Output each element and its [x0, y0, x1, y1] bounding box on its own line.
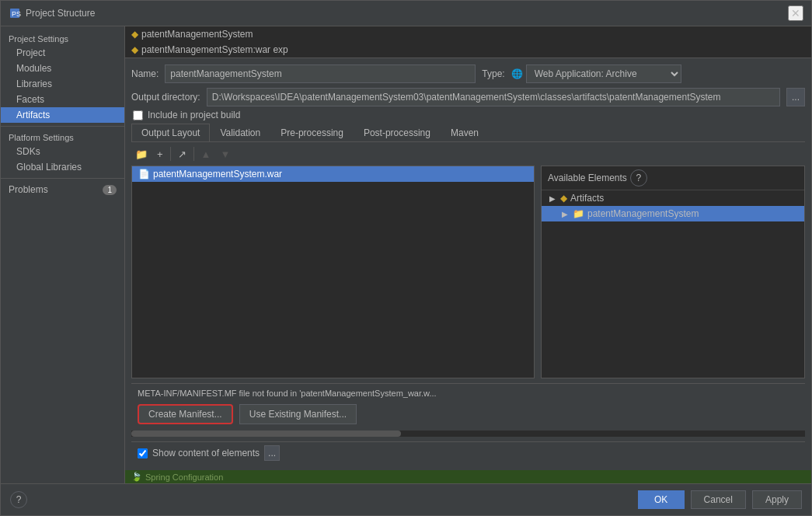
toolbar-extract-btn[interactable]: ↗ [174, 145, 190, 162]
sidebar-item-global-libraries-label: Global Libraries [16, 162, 82, 173]
spring-config-icon: 🍃 [131, 472, 142, 482]
type-select[interactable]: Web Application: Archive [526, 64, 681, 83]
ok-button[interactable]: OK [638, 490, 685, 509]
use-existing-manifest-button[interactable]: Use Existing Manifest... [239, 404, 357, 424]
patent-icon: 📁 [573, 208, 584, 219]
spring-config-label: Spring Configuration [145, 472, 223, 482]
output-dir-row: Output directory: ... [131, 88, 805, 106]
toolbar-move-down-btn[interactable]: ▼ [216, 145, 234, 162]
artifact-tree: 📄 patentManagementSystem.war [131, 166, 535, 378]
include-in-build-label: Include in project build [148, 110, 240, 120]
name-input[interactable] [165, 64, 476, 83]
artifact-list-item-0-label: patentManagementSystem [141, 29, 253, 40]
sidebar-item-project[interactable]: Project [1, 45, 124, 61]
include-in-build-row: Include in project build [131, 110, 805, 120]
sidebar-item-sdks[interactable]: SDKs [1, 144, 124, 159]
sidebar-problems-label: Problems [9, 184, 48, 195]
show-content-row: Show content of elements ... [131, 441, 805, 464]
show-content-dots-btn[interactable]: ... [264, 445, 280, 461]
cancel-button[interactable]: Cancel [691, 490, 746, 509]
artifact-icon-1: ◆ [131, 44, 138, 55]
include-in-build-checkbox[interactable] [133, 110, 143, 120]
sidebar-divider-2 [1, 178, 124, 179]
sidebar: Project Settings Project Modules Librari… [1, 26, 125, 483]
platform-settings-label: Platform Settings [1, 130, 124, 144]
sidebar-item-modules[interactable]: Modules [1, 61, 124, 76]
toolbar-folder-btn[interactable]: 📁 [131, 145, 152, 162]
sidebar-item-problems[interactable]: Problems 1 [1, 182, 124, 197]
available-artifacts-label: Artifacts [570, 193, 604, 204]
name-label: Name: [131, 68, 159, 79]
sidebar-item-sdks-label: SDKs [16, 146, 40, 157]
browse-button[interactable]: ... [786, 88, 805, 106]
manifest-buttons: Create Manifest... Use Existing Manifest… [138, 404, 799, 424]
tab-pre-processing[interactable]: Pre-processing [270, 124, 354, 141]
manifest-warning-text: META-INF/MANIFEST.MF file not found in '… [138, 389, 799, 398]
close-button[interactable]: ✕ [788, 5, 803, 21]
toolbar-separator [170, 147, 171, 161]
toolbar-move-up-btn[interactable]: ▲ [197, 145, 215, 162]
name-type-row: Name: Type: 🌐 Web Application: Archive [131, 64, 805, 83]
war-file-icon: 📄 [138, 169, 150, 180]
artifacts-expand-icon: ▶ [548, 194, 557, 203]
artifact-icon-0: ◆ [131, 29, 138, 40]
dialog-body: Project Settings Project Modules Librari… [1, 26, 811, 483]
sidebar-item-artifacts[interactable]: Artifacts [1, 107, 124, 123]
manifest-warning-area: META-INF/MANIFEST.MF file not found in '… [131, 383, 805, 429]
artifact-toolbar: 📁 + ↗ ▲ ▼ [131, 145, 805, 162]
dialog-title: Project Structure [26, 8, 95, 19]
dialog-footer: ? OK Cancel Apply [1, 483, 811, 515]
sidebar-divider [1, 126, 124, 127]
footer-left: ? [10, 491, 27, 508]
sidebar-item-artifacts-label: Artifacts [16, 110, 50, 120]
split-pane: 📄 patentManagementSystem.war Available E… [131, 166, 805, 378]
problems-badge: 1 [103, 185, 117, 195]
output-dir-input[interactable] [207, 88, 780, 106]
sidebar-item-global-libraries[interactable]: Global Libraries [1, 159, 124, 175]
tab-validation[interactable]: Validation [210, 124, 270, 141]
dialog-icon: PS [9, 7, 21, 19]
apply-button[interactable]: Apply [752, 490, 802, 509]
scrollbar-thumb[interactable] [131, 431, 401, 437]
title-bar: PS Project Structure ✕ [1, 1, 811, 26]
artifact-tree-item-war[interactable]: 📄 patentManagementSystem.war [132, 166, 534, 182]
scrollbar-track [131, 431, 805, 437]
sidebar-item-facets[interactable]: Facets [1, 92, 124, 107]
sidebar-item-libraries[interactable]: Libraries [1, 76, 124, 92]
svg-text:PS: PS [12, 10, 21, 18]
spring-config-bar: 🍃 Spring Configuration [125, 470, 811, 483]
artifact-list: ◆ patentManagementSystem ◆ patentManagem… [125, 26, 811, 58]
war-file-label: patentManagementSystem.war [153, 169, 282, 180]
title-bar-left: PS Project Structure [9, 7, 95, 19]
patent-expand-icon: ▶ [560, 210, 570, 218]
show-content-checkbox[interactable] [138, 448, 148, 458]
content-split: ◆ patentManagementSystem ◆ patentManagem… [125, 26, 811, 470]
artifacts-icon: ◆ [560, 193, 567, 204]
sidebar-item-project-label: Project [16, 47, 45, 58]
type-select-wrapper: 🌐 Web Application: Archive [511, 64, 681, 83]
tabs-bar: Output Layout Validation Pre-processing … [131, 124, 805, 142]
available-elements-panel: Available Elements ? ▶ ◆ Artifacts ▶ [541, 166, 805, 378]
artifact-list-item-1[interactable]: ◆ patentManagementSystem:war exp [125, 42, 811, 58]
type-icon: 🌐 [511, 68, 523, 79]
toolbar-add-btn[interactable]: + [153, 145, 167, 162]
available-tree-artifacts[interactable]: ▶ ◆ Artifacts [542, 190, 804, 206]
tab-output-layout[interactable]: Output Layout [131, 124, 210, 141]
available-elements-help[interactable]: ? [630, 169, 647, 187]
available-patent-label: patentManagementSystem [587, 208, 699, 219]
available-tree-patent[interactable]: ▶ 📁 patentManagementSystem [542, 206, 804, 221]
main-panel: ◆ patentManagementSystem ◆ patentManagem… [125, 26, 811, 483]
artifact-list-item-0[interactable]: ◆ patentManagementSystem [125, 26, 811, 42]
artifact-list-item-1-label: patentManagementSystem:war exp [141, 44, 288, 55]
show-content-label: Show content of elements [152, 448, 260, 458]
available-elements-header: Available Elements ? [542, 166, 804, 190]
available-elements-title: Available Elements [548, 173, 627, 183]
detail-area: Name: Type: 🌐 Web Application: Archive O… [125, 58, 811, 470]
tab-post-processing[interactable]: Post-processing [354, 124, 441, 141]
footer-right: OK Cancel Apply [638, 490, 802, 509]
tab-maven[interactable]: Maven [441, 124, 489, 141]
project-settings-label: Project Settings [1, 31, 124, 45]
help-button[interactable]: ? [10, 491, 27, 508]
sidebar-item-modules-label: Modules [16, 63, 51, 74]
create-manifest-button[interactable]: Create Manifest... [138, 404, 233, 424]
